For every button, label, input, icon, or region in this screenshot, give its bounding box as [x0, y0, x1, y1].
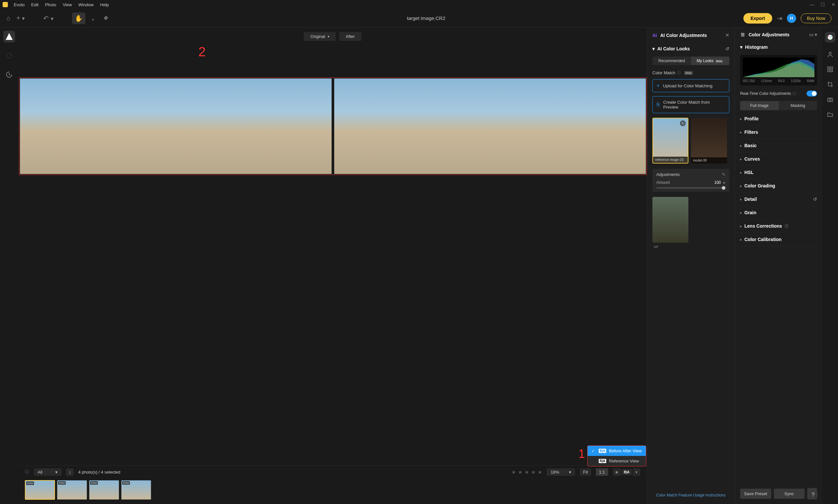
sliders-icon	[740, 32, 745, 37]
effects-tool-icon[interactable]	[3, 50, 15, 61]
after-tab[interactable]: After	[339, 32, 361, 41]
svg-rect-8	[831, 67, 833, 69]
my-looks-tab[interactable]: My LooksBeta	[691, 57, 730, 65]
instructions-link[interactable]: Color Match Feature Usage Instructions	[647, 486, 735, 504]
view-mode-dropdown[interactable]: ▾	[633, 468, 640, 476]
user-avatar[interactable]: H	[787, 14, 796, 23]
hand-tool-icon[interactable]: ✋	[72, 13, 85, 24]
color-grading-section[interactable]: ▸Color Grading	[735, 179, 822, 193]
compare-viewport[interactable]	[19, 77, 647, 175]
export-button[interactable]: Export	[744, 13, 772, 23]
save-preset-button[interactable]: Save Preset	[740, 489, 771, 499]
info-icon[interactable]: ⓘ	[25, 469, 29, 475]
color-calibration-section[interactable]: ▸Color Calibration	[735, 233, 822, 246]
info-lens-icon[interactable]: ⓘ	[785, 224, 788, 229]
masking-tab[interactable]: Masking	[779, 101, 817, 110]
brush-tool-icon[interactable]	[91, 15, 97, 21]
thumbnail-3[interactable]: RAW	[89, 480, 119, 500]
grain-section[interactable]: ▸Grain	[735, 206, 822, 219]
undo-icon[interactable]: ↶ ▾	[43, 14, 54, 22]
original-tab[interactable]: Original▾	[304, 32, 336, 41]
sync-button[interactable]: Sync	[774, 489, 805, 499]
menu-edit[interactable]: Edit	[28, 2, 41, 7]
home-icon[interactable]: ⌂	[6, 14, 11, 22]
edit-adjustments-icon[interactable]: ✎	[722, 172, 726, 177]
create-color-match-button[interactable]: ⎘ Create Color Match from Preview	[652, 96, 729, 113]
chevron-down-icon[interactable]: ▾	[740, 44, 743, 50]
maximize-icon[interactable]: ☐	[821, 2, 825, 7]
star-rating[interactable]: ★ ★ ★ ★ ★	[511, 469, 542, 475]
actual-size-button[interactable]: 1:1	[596, 468, 608, 476]
info-rt-icon[interactable]: ⓘ	[792, 91, 796, 96]
adjust-tool-icon[interactable]	[3, 31, 15, 42]
single-view-icon[interactable]: ■	[613, 468, 621, 476]
ai-color-looks-header[interactable]: AI Color Looks	[657, 46, 690, 51]
sort-button[interactable]: ↕	[66, 468, 74, 476]
tag-tool-icon[interactable]	[103, 15, 109, 21]
buy-button[interactable]: Buy Now	[801, 13, 832, 23]
crop-icon[interactable]	[827, 81, 834, 88]
menu-help[interactable]: Help	[97, 2, 112, 7]
export-settings-icon[interactable]: ⇥	[777, 14, 782, 22]
star-4[interactable]: ★	[531, 469, 536, 475]
compare-view-icon[interactable]: B|A	[621, 469, 632, 475]
filter-dropdown[interactable]: All▾	[34, 468, 62, 476]
help-button[interactable]: ?	[808, 490, 818, 500]
chevron-down-icon[interactable]: ▾	[652, 46, 655, 51]
menu-window[interactable]: Window	[75, 2, 97, 7]
menu-photo[interactable]: Photo	[42, 2, 59, 7]
preview-icon: ⎘	[657, 102, 660, 108]
star-2[interactable]: ★	[518, 469, 522, 475]
play-icon[interactable]: ▸	[723, 180, 726, 185]
ref-thumbnail[interactable]: ref	[652, 197, 688, 243]
minimize-icon[interactable]: —	[809, 2, 814, 7]
filters-section[interactable]: ▸Filters	[735, 126, 822, 139]
reference-view-option[interactable]: R|A Reference View	[588, 456, 646, 466]
thumbnail-1[interactable]: RAW	[25, 480, 55, 500]
panel-layout-icon[interactable]: ▭ ▾	[809, 32, 817, 37]
close-window-icon[interactable]: ✕	[832, 2, 835, 7]
zoom-dropdown[interactable]: 18%▾	[547, 468, 575, 476]
histogram-display	[743, 57, 815, 77]
realtime-toggle[interactable]	[807, 91, 817, 96]
refresh-look-icon[interactable]: ↻	[680, 120, 686, 126]
amount-slider[interactable]	[656, 187, 726, 188]
look-model-39[interactable]: model-39	[691, 118, 727, 164]
menu-app[interactable]: Evoto	[11, 2, 28, 7]
history-tool-icon[interactable]	[3, 69, 15, 80]
detail-section[interactable]: ▸Detail↺	[735, 193, 822, 206]
camera-icon[interactable]	[827, 96, 834, 103]
grid-icon[interactable]	[827, 66, 834, 73]
curves-section[interactable]: ▸Curves	[735, 152, 822, 166]
filename-label: target image.CR2	[109, 15, 744, 21]
profile-section[interactable]: ▸Profile	[735, 112, 822, 126]
color-match-label: Color Match	[652, 70, 675, 75]
reset-detail-icon[interactable]: ↺	[813, 197, 817, 202]
before-after-view-option[interactable]: ✓ B|A Before After View	[588, 446, 646, 456]
thumbnail-2[interactable]: RAW	[57, 480, 87, 500]
info-small-icon[interactable]: ⓘ	[677, 70, 681, 75]
histogram-header[interactable]: Histogram	[745, 44, 768, 50]
recommended-tab[interactable]: Recommended	[652, 57, 691, 65]
star-3[interactable]: ★	[524, 469, 529, 475]
folder-icon[interactable]	[827, 111, 834, 118]
full-image-tab[interactable]: Full Image	[740, 101, 779, 110]
basic-section[interactable]: ▸Basic	[735, 139, 822, 152]
close-ai-panel-icon[interactable]: ✕	[725, 32, 729, 38]
star-1[interactable]: ★	[511, 469, 516, 475]
look-reference-image[interactable]: ↻ reference image (3)	[652, 118, 688, 164]
fit-button[interactable]: Fit	[580, 468, 591, 476]
upload-color-match-button[interactable]: + Upload for Color Matching	[652, 79, 729, 92]
lens-corrections-section[interactable]: ▸Lens Correctionsⓘ	[735, 219, 822, 233]
color-adjustments-title: Color Adjustments	[749, 32, 789, 37]
reset-looks-icon[interactable]: ↺	[726, 46, 729, 51]
add-icon[interactable]: + ▾	[16, 14, 25, 22]
star-5[interactable]: ★	[538, 469, 542, 475]
portrait-icon[interactable]	[827, 51, 834, 57]
shutter-label: 1/320s	[791, 79, 801, 83]
color-palette-icon[interactable]	[825, 32, 835, 42]
thumbnail-4[interactable]: RAW	[121, 480, 151, 500]
svg-rect-9	[828, 70, 830, 72]
hsl-section[interactable]: ▸HSL	[735, 166, 822, 179]
menu-view[interactable]: View	[59, 2, 75, 7]
